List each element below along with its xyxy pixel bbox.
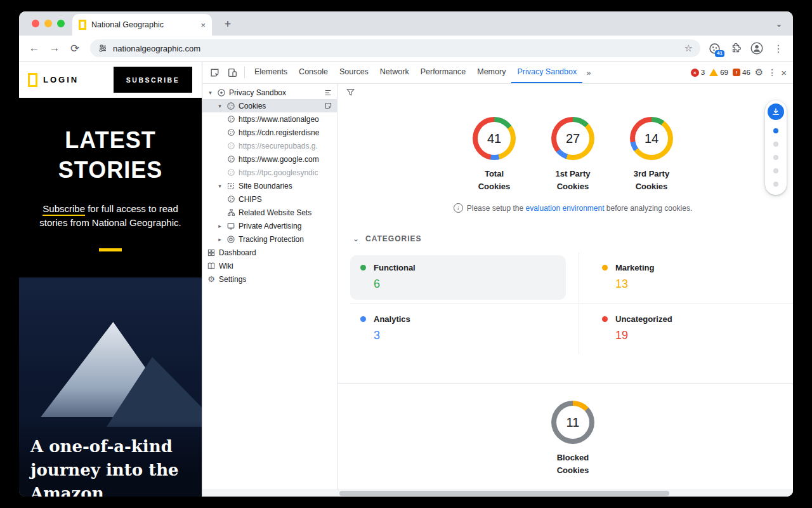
first-party-cookies-donut: 27 1st PartyCookies [551, 117, 594, 193]
tree-item-url-registerdisney[interactable]: https://cdn.registerdisne [202, 126, 337, 139]
tree-item-site-boundaries[interactable]: ▾ Site Boundaries [202, 179, 337, 192]
category-card-functional[interactable]: Functional 6 [350, 252, 579, 304]
warning-count-badge[interactable]: 69 [709, 69, 728, 76]
privacy-sandbox-extension-button[interactable]: 41 [707, 41, 722, 56]
toolbar-icons: 41 ⋮ [707, 40, 787, 57]
tab-sources[interactable]: Sources [334, 62, 374, 83]
devtools-panel: Elements Console Sources Network Perform… [202, 62, 793, 497]
first-party-cookies-value: 27 [566, 131, 580, 146]
page-indicator-dot[interactable] [773, 142, 778, 147]
category-card-uncategorized[interactable]: Uncategorized 19 [579, 304, 793, 354]
categories-section-header[interactable]: ⌄ CATEGORIES [353, 234, 793, 243]
tab-memory[interactable]: Memory [471, 62, 511, 83]
tree-item-url-securepubads[interactable]: https://securepubads.g. [202, 139, 337, 152]
privacy-sandbox-icon [217, 88, 226, 97]
tab-performance[interactable]: Performance [415, 62, 472, 83]
tab-elements[interactable]: Elements [249, 62, 293, 83]
download-report-button[interactable] [768, 104, 784, 120]
section-divider [337, 384, 793, 384]
url-text: nationalgeographic.com [113, 44, 679, 53]
forward-button[interactable]: → [46, 39, 63, 57]
caret-down-icon[interactable]: ▾ [207, 90, 214, 96]
horizontal-scrollbar[interactable] [202, 490, 793, 497]
scrollbar-thumb[interactable] [339, 491, 669, 496]
toolbar-separator [244, 67, 245, 78]
bookmark-star-icon[interactable]: ☆ [684, 43, 693, 54]
tab-search-chevron-icon[interactable]: ⌄ [773, 17, 785, 30]
cookie-icon [227, 195, 235, 203]
page-indicator-dot[interactable] [773, 168, 778, 173]
privacy-sandbox-tree: ▾ Privacy Sandbox [202, 84, 337, 490]
device-toolbar-icon[interactable] [224, 64, 240, 81]
caret-down-icon[interactable]: ▾ [216, 103, 223, 109]
tree-item-tracking-protection[interactable]: ▸ Tracking Protection [202, 232, 337, 246]
tree-item-dashboard[interactable]: Dashboard [202, 246, 337, 259]
inspect-element-icon[interactable] [206, 64, 223, 81]
site-boundaries-icon [226, 182, 235, 190]
profile-avatar-icon[interactable] [749, 40, 765, 57]
collapse-sidebar-icon[interactable] [324, 88, 334, 97]
tab-network[interactable]: Network [374, 62, 415, 83]
minimize-window-button[interactable] [44, 20, 52, 27]
tree-item-related-website-sets[interactable]: Related Website Sets [202, 206, 337, 219]
tab-privacy-sandbox[interactable]: Privacy Sandbox [511, 62, 582, 83]
sitemap-icon [227, 208, 235, 217]
devtools-close-icon[interactable]: × [781, 67, 787, 78]
tree-item-chips[interactable]: CHIPS [202, 192, 337, 206]
login-link[interactable]: LOGIN [43, 75, 79, 84]
issues-count-badge[interactable]: ! 46 [733, 69, 750, 76]
browser-menu-kebab-icon[interactable]: ⋮ [770, 40, 787, 57]
headline-line-2: STORIES [19, 156, 202, 185]
devtools-menu-kebab-icon[interactable]: ⋮ [768, 67, 776, 77]
browser-tab[interactable]: National Geographic × [72, 14, 212, 36]
new-tab-button[interactable]: + [219, 16, 236, 32]
tree-item-settings[interactable]: ⚙ Settings [202, 272, 337, 286]
category-card-marketing[interactable]: Marketing 13 [579, 252, 793, 304]
donut-chart: 27 [551, 117, 594, 160]
blocked-cookies-value: 11 [566, 415, 580, 430]
story-hero-image[interactable]: A one-of-a-kind journey into the Amazon [19, 277, 202, 497]
error-count-badge[interactable]: × 3 [691, 69, 705, 77]
close-window-button[interactable] [32, 20, 39, 27]
filter-funnel-icon[interactable] [346, 88, 355, 97]
cookie-icon [227, 168, 235, 177]
tree-item-private-advertising[interactable]: ▸ Private Advertising [202, 219, 337, 232]
page-indicator-dot[interactable] [773, 128, 778, 133]
categories-grid: Functional 6 Marketing [350, 252, 793, 354]
subscribe-button[interactable]: SUBSCRIBE [114, 67, 192, 93]
page-indicator-dot[interactable] [773, 155, 778, 160]
tree-item-wiki[interactable]: Wiki [202, 259, 337, 272]
story-title[interactable]: A one-of-a-kind journey into the Amazon [30, 435, 189, 497]
page-indicator-dot[interactable] [773, 182, 778, 187]
reload-button[interactable]: ⟳ [66, 39, 84, 57]
address-bar[interactable]: nationalgeographic.com ☆ [90, 39, 700, 57]
subscribe-link[interactable]: Subscribe [43, 203, 85, 216]
floating-side-toolbar [765, 100, 787, 195]
natgeo-brand[interactable]: LOGIN [28, 73, 79, 87]
tree-item-url-nationalgeographic[interactable]: https://www.nationalgeo [202, 112, 337, 126]
category-card-analytics[interactable]: Analytics 3 [350, 304, 579, 354]
tree-item-privacy-sandbox[interactable]: ▾ Privacy Sandbox [202, 86, 337, 99]
tree-item-cookies[interactable]: ▾ Cookies [202, 99, 337, 112]
caret-right-icon[interactable]: ▸ [216, 236, 223, 243]
tree-item-url-googlesyndication[interactable]: https://tpc.googlesyndic [202, 166, 337, 179]
caret-down-icon[interactable]: ▾ [216, 183, 223, 189]
extensions-puzzle-icon[interactable] [727, 40, 743, 57]
inspect-cookies-icon[interactable] [324, 102, 334, 110]
zoom-window-button[interactable] [57, 20, 65, 27]
devtools-settings-gear-icon[interactable]: ⚙ [755, 67, 763, 78]
back-button[interactable]: ← [25, 39, 43, 57]
devtools-tabs: Elements Console Sources Network Perform… [249, 62, 594, 83]
more-tabs-icon[interactable]: » [582, 62, 594, 83]
chevron-down-icon[interactable]: ⌄ [353, 234, 360, 243]
tab-close-icon[interactable]: × [200, 20, 206, 30]
extension-badge: 41 [715, 50, 724, 57]
evaluation-environment-link[interactable]: evaluation environment [525, 204, 604, 213]
site-settings-icon[interactable] [98, 43, 108, 53]
category-color-dot [360, 265, 366, 271]
warning-icon [709, 69, 718, 76]
caret-right-icon[interactable]: ▸ [216, 223, 223, 229]
tree-item-url-google[interactable]: https://www.google.com [202, 152, 337, 166]
tab-console[interactable]: Console [293, 62, 334, 83]
info-text: Please setup the evaluation environment … [467, 204, 693, 213]
